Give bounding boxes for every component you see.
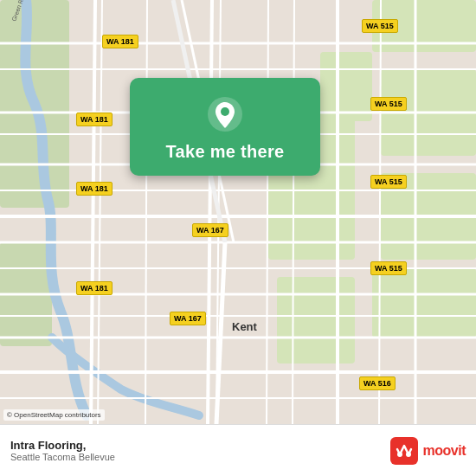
highway-badge-wa181-2: WA 181 [76, 113, 113, 126]
bottom-bar: Intra Flooring, Seattle Tacoma Bellevue … [0, 424, 476, 476]
place-name: Intra Flooring, [10, 439, 115, 452]
highway-badge-wa515-1: WA 515 [362, 19, 398, 33]
highway-badge-wa515-4: WA 515 [370, 261, 407, 275]
highway-badge-wa167-1: WA 167 [192, 223, 228, 237]
highway-badge-wa181-1: WA 181 [102, 35, 138, 48]
map-attribution: © OpenStreetMap contributors [3, 409, 105, 421]
moovit-logo: moovit [390, 437, 466, 465]
take-me-there-button[interactable]: Take me there [166, 142, 285, 162]
svg-rect-10 [277, 277, 355, 363]
svg-rect-8 [372, 268, 476, 338]
map-container: Green River WA 181 WA 181 WA 181 WA 181 … [0, 0, 476, 424]
cta-overlay: Take me there [130, 78, 320, 176]
place-region: Seattle Tacoma Bellevue [10, 452, 115, 462]
location-pin-icon [206, 95, 244, 133]
highway-badge-wa181-3: WA 181 [76, 182, 113, 196]
moovit-text: moovit [423, 443, 466, 459]
highway-badge-wa181-4: WA 181 [76, 281, 113, 295]
svg-rect-9 [0, 0, 69, 61]
highway-badge-wa167-2: WA 167 [170, 312, 206, 325]
highway-badge-wa515-3: WA 515 [370, 175, 407, 189]
highway-badge-wa515-2: WA 515 [370, 97, 407, 111]
svg-point-40 [221, 107, 229, 116]
city-label-kent: Kent [232, 320, 257, 333]
svg-rect-4 [320, 52, 372, 121]
highway-badge-wa516: WA 516 [359, 376, 396, 390]
svg-rect-1 [0, 52, 69, 208]
place-info: Intra Flooring, Seattle Tacoma Bellevue [10, 439, 115, 462]
svg-rect-41 [390, 437, 418, 465]
moovit-icon [390, 437, 418, 465]
